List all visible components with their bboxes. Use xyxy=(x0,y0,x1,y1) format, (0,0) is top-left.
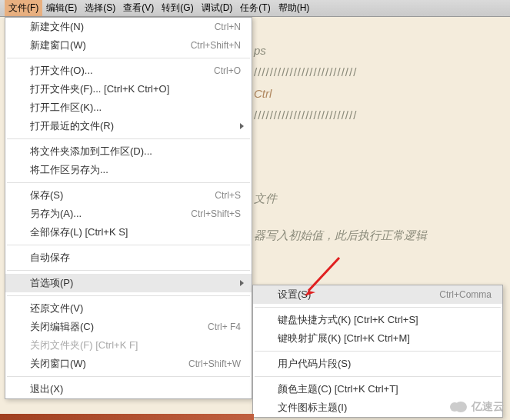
menu-separator xyxy=(255,307,501,308)
menu-item-label: 保存(S) xyxy=(30,188,63,202)
menu-separator xyxy=(7,245,250,245)
menu-item-label: 新建窗口(W) xyxy=(30,38,86,52)
menu-separator xyxy=(255,376,501,377)
submenu-user-snippets[interactable]: 用户代码片段(S) xyxy=(253,355,502,373)
menu-separator xyxy=(7,138,250,139)
menubar-tasks[interactable]: 任务(T) xyxy=(236,0,274,16)
menu-item-label: 键盘快捷方式(K) [Ctrl+K Ctrl+S] xyxy=(278,313,418,327)
menu-item-label: 打开文件夹(F)... [Ctrl+K Ctrl+O] xyxy=(30,82,169,96)
menu-item-label: 还原文件(V) xyxy=(30,302,83,315)
menu-item-label: 打开最近的文件(R) xyxy=(30,119,114,133)
menu-item-label: 将工作区另存为... xyxy=(30,163,108,177)
menubar-view[interactable]: 查看(V) xyxy=(119,0,158,16)
menu-close-folder: 关闭文件夹(F) [Ctrl+K F] xyxy=(5,336,252,355)
menu-item-label: 关闭编辑器(C) xyxy=(30,320,94,334)
menu-new-window[interactable]: 新建窗口(W)Ctrl+Shift+N xyxy=(5,36,252,55)
menu-item-shortcut: Ctrl+S xyxy=(215,190,241,201)
menu-item-label: 另存为(A)... xyxy=(30,207,82,221)
menu-save-all[interactable]: 全部保存(L) [Ctrl+K S] xyxy=(5,223,252,242)
code-text: 器写入初始值，此后执行正常逻辑 xyxy=(254,225,495,246)
menu-save-as[interactable]: 另存为(A)...Ctrl+Shift+S xyxy=(5,205,252,223)
menu-separator xyxy=(255,351,501,352)
bottom-decoration xyxy=(0,414,254,420)
menu-exit[interactable]: 退出(X) xyxy=(5,380,252,398)
menu-item-shortcut: Ctrl+Shift+S xyxy=(191,208,241,219)
submenu-arrow-icon xyxy=(240,123,244,129)
submenu-settings[interactable]: 设置(S)Ctrl+Comma xyxy=(253,285,502,304)
menu-new-file[interactable]: 新建文件(N)Ctrl+N xyxy=(5,18,252,36)
code-text: ////////////////////////// xyxy=(254,62,495,83)
watermark: 亿速云 xyxy=(450,400,504,414)
menu-preferences[interactable]: 首选项(P) xyxy=(5,274,252,292)
menu-item-shortcut: Ctrl+Comma xyxy=(439,289,492,300)
menu-item-label: 新建文件(N) xyxy=(30,20,84,34)
code-text: 文件 xyxy=(254,188,495,209)
menu-item-shortcut: Ctrl+Shift+W xyxy=(188,358,241,369)
submenu-arrow-icon xyxy=(240,280,244,286)
menu-separator xyxy=(7,182,250,183)
menubar-debug[interactable]: 调试(D) xyxy=(198,0,237,16)
preferences-submenu: 设置(S)Ctrl+Comma 键盘快捷方式(K) [Ctrl+K Ctrl+S… xyxy=(252,285,503,418)
menu-item-label: 退出(X) xyxy=(30,382,63,396)
menubar-select[interactable]: 选择(S) xyxy=(81,0,119,16)
code-text: Ctrl xyxy=(254,83,495,105)
menu-separator xyxy=(7,295,250,296)
menu-item-shortcut: Ctrl+N xyxy=(215,22,241,32)
menu-separator xyxy=(7,376,250,377)
menubar: 文件(F) 编辑(E) 选择(S) 查看(V) 转到(G) 调试(D) 任务(T… xyxy=(0,0,510,17)
submenu-keyboard-shortcuts[interactable]: 键盘快捷方式(K) [Ctrl+K Ctrl+S] xyxy=(253,311,502,329)
menubar-help[interactable]: 帮助(H) xyxy=(275,0,314,16)
menu-save-workspace-as[interactable]: 将工作区另存为... xyxy=(5,161,252,179)
menu-item-label: 自动保存 xyxy=(30,251,70,265)
menu-item-shortcut: Ctrl+ F4 xyxy=(208,322,241,332)
menu-save[interactable]: 保存(S)Ctrl+S xyxy=(5,186,252,205)
menu-item-label: 打开工作区(K)... xyxy=(30,101,102,115)
menu-revert-file[interactable]: 还原文件(V) xyxy=(5,299,252,318)
submenu-keymap-extensions[interactable]: 键映射扩展(K) [Ctrl+K Ctrl+M] xyxy=(253,329,502,348)
menu-item-label: 打开文件(O)... xyxy=(30,64,93,78)
menu-open-file[interactable]: 打开文件(O)...Ctrl+O xyxy=(5,62,252,80)
menu-item-label: 将文件夹添加到工作区(D)... xyxy=(30,145,152,158)
menubar-goto[interactable]: 转到(G) xyxy=(158,0,197,16)
menu-item-label: 文件图标主题(I) xyxy=(278,401,347,415)
menu-separator xyxy=(7,58,250,58)
menu-item-label: 首选项(P) xyxy=(30,276,73,290)
menu-item-label: 关闭文件夹(F) [Ctrl+K F] xyxy=(30,338,138,352)
menu-open-workspace[interactable]: 打开工作区(K)... xyxy=(5,98,252,117)
menu-item-label: 用户代码片段(S) xyxy=(278,357,351,371)
menu-separator xyxy=(7,270,250,271)
menu-add-folder-workspace[interactable]: 将文件夹添加到工作区(D)... xyxy=(5,142,252,161)
menu-item-label: 设置(S) xyxy=(278,288,311,302)
file-menu-dropdown: 新建文件(N)Ctrl+N 新建窗口(W)Ctrl+Shift+N 打开文件(O… xyxy=(5,17,252,399)
menu-item-shortcut: Ctrl+O xyxy=(214,65,241,76)
menu-open-recent[interactable]: 打开最近的文件(R) xyxy=(5,117,252,135)
menubar-file[interactable]: 文件(F) xyxy=(5,0,42,16)
menu-item-label: 键映射扩展(K) [Ctrl+K Ctrl+M] xyxy=(278,332,410,345)
menu-open-folder[interactable]: 打开文件夹(F)... [Ctrl+K Ctrl+O] xyxy=(5,80,252,98)
menu-item-label: 关闭窗口(W) xyxy=(30,357,86,371)
menu-auto-save[interactable]: 自动保存 xyxy=(5,248,252,267)
code-text: ps xyxy=(254,40,495,62)
menu-item-label: 颜色主题(C) [Ctrl+K Ctrl+T] xyxy=(278,382,398,396)
menu-close-window[interactable]: 关闭窗口(W)Ctrl+Shift+W xyxy=(5,355,252,373)
menu-close-editor[interactable]: 关闭编辑器(C)Ctrl+ F4 xyxy=(5,318,252,336)
submenu-color-theme[interactable]: 颜色主题(C) [Ctrl+K Ctrl+T] xyxy=(253,380,502,398)
watermark-text: 亿速云 xyxy=(472,400,504,414)
code-text: ////////////////////////// xyxy=(254,105,495,126)
menu-item-shortcut: Ctrl+Shift+N xyxy=(191,40,241,51)
menu-item-label: 全部保存(L) [Ctrl+K S] xyxy=(30,225,128,239)
cloud-icon xyxy=(450,401,468,413)
menubar-edit[interactable]: 编辑(E) xyxy=(42,0,81,16)
